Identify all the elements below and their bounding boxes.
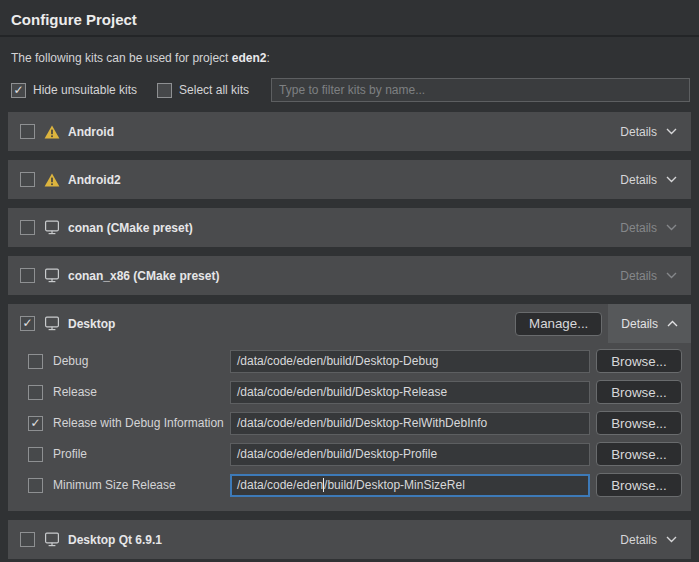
details-label: Details xyxy=(621,317,658,331)
browse-button-release[interactable]: Browse... xyxy=(596,380,682,404)
kit-checkbox-conan[interactable] xyxy=(20,220,35,235)
kit-name: conan (CMake preset) xyxy=(68,221,193,235)
hide-unsuitable-kits-checkbox[interactable] xyxy=(11,83,26,98)
kit-row-android: Android Details xyxy=(8,112,691,151)
browse-button-debug[interactable]: Browse... xyxy=(596,349,682,373)
config-checkbox-profile[interactable] xyxy=(28,447,43,462)
desktop-icon xyxy=(44,316,60,331)
kit-name: Android2 xyxy=(68,173,121,187)
input-text-after-caret: /build/Desktop-MinSizeRel xyxy=(324,478,465,492)
kit-header-android[interactable]: Android Details xyxy=(8,112,691,151)
kit-header-conan[interactable]: conan (CMake preset) Details xyxy=(8,208,691,247)
kit-row-conan-x86: conan_x86 (CMake preset) Details xyxy=(8,256,691,295)
chevron-down-icon xyxy=(666,224,677,231)
details-button-conan[interactable]: Details xyxy=(606,208,691,247)
build-dir-input-minsizerel[interactable]: /data/code/eden/build/Desktop-MinSizeRel xyxy=(230,474,590,497)
kit-header-android2[interactable]: Android2 Details xyxy=(8,160,691,199)
kit-checkbox-desktop[interactable] xyxy=(20,316,35,331)
build-dir-input-debug[interactable]: /data/code/eden/build/Desktop-Debug xyxy=(230,350,590,373)
kit-checkbox-android[interactable] xyxy=(20,124,35,139)
details-button-desktop-qt[interactable]: Details xyxy=(606,520,691,559)
page-title: Configure Project xyxy=(0,0,699,35)
intro-text: The following kits can be used for proje… xyxy=(0,37,699,65)
build-config-row-relwithdebinfo: Release with Debug Information /data/cod… xyxy=(28,411,682,435)
kit-checkbox-conan-x86[interactable] xyxy=(20,268,35,283)
kit-name: conan_x86 (CMake preset) xyxy=(68,269,219,283)
kit-header-desktop[interactable]: Desktop Manage... Details xyxy=(8,304,691,343)
chevron-down-icon xyxy=(666,272,677,279)
build-dir-input-profile[interactable]: /data/code/eden/build/Desktop-Profile xyxy=(230,443,590,466)
desktop-icon xyxy=(44,268,60,283)
chevron-down-icon xyxy=(666,128,677,135)
kit-row-desktop-qt: Desktop Qt 6.9.1 Details xyxy=(8,520,691,559)
config-label: Profile xyxy=(53,447,230,461)
config-checkbox-release[interactable] xyxy=(28,385,43,400)
filter-bar: Hide unsuitable kits Select all kits xyxy=(0,65,699,102)
build-config-row-debug: Debug /data/code/eden/build/Desktop-Debu… xyxy=(28,349,682,373)
manage-kits-button[interactable]: Manage... xyxy=(515,312,602,336)
details-label: Details xyxy=(620,269,657,283)
config-label: Debug xyxy=(53,354,230,368)
desktop-icon xyxy=(44,532,60,547)
kit-checkbox-android2[interactable] xyxy=(20,172,35,187)
warning-icon xyxy=(44,173,60,187)
browse-button-minsizerel[interactable]: Browse... xyxy=(596,473,682,497)
browse-button-relwithdebinfo[interactable]: Browse... xyxy=(596,411,682,435)
intro-prefix: The following kits can be used for proje… xyxy=(11,51,232,65)
details-label: Details xyxy=(620,125,657,139)
kit-header-conan-x86[interactable]: conan_x86 (CMake preset) Details xyxy=(8,256,691,295)
kit-name: Android xyxy=(68,125,114,139)
details-button-android[interactable]: Details xyxy=(606,112,691,151)
warning-icon xyxy=(44,125,60,139)
select-all-kits-checkbox[interactable] xyxy=(157,83,172,98)
chevron-up-icon xyxy=(667,320,678,327)
build-dir-input-release[interactable]: /data/code/eden/build/Desktop-Release xyxy=(230,381,590,404)
kit-row-desktop: Desktop Manage... Details Debug /data/co… xyxy=(8,304,691,511)
details-button-desktop[interactable]: Details xyxy=(608,304,691,343)
hide-unsuitable-kits-label: Hide unsuitable kits xyxy=(33,83,137,97)
details-label: Details xyxy=(620,221,657,235)
desktop-icon xyxy=(44,220,60,235)
details-label: Details xyxy=(620,533,657,547)
intro-suffix: : xyxy=(266,51,269,65)
project-name: eden2 xyxy=(232,51,267,65)
details-label: Details xyxy=(620,173,657,187)
kit-row-android2: Android2 Details xyxy=(8,160,691,199)
select-all-kits-label: Select all kits xyxy=(179,83,249,97)
build-config-row-release: Release /data/code/eden/build/Desktop-Re… xyxy=(28,380,682,404)
configure-project-page: Configure Project The following kits can… xyxy=(0,0,699,562)
kit-checkbox-desktop-qt[interactable] xyxy=(20,532,35,547)
browse-button-profile[interactable]: Browse... xyxy=(596,442,682,466)
kit-name: Desktop xyxy=(68,317,115,331)
config-label: Minimum Size Release xyxy=(53,478,230,492)
config-checkbox-debug[interactable] xyxy=(28,354,43,369)
hide-unsuitable-kits-option[interactable]: Hide unsuitable kits xyxy=(11,83,137,98)
chevron-down-icon xyxy=(666,536,677,543)
chevron-down-icon xyxy=(666,176,677,183)
config-checkbox-relwithdebinfo[interactable] xyxy=(28,416,43,431)
config-label: Release xyxy=(53,385,230,399)
build-dir-input-relwithdebinfo[interactable]: /data/code/eden/build/Desktop-RelWithDeb… xyxy=(230,412,590,435)
kit-list: Android Details Android2 Details xyxy=(0,102,699,559)
build-config-list: Debug /data/code/eden/build/Desktop-Debu… xyxy=(8,343,691,511)
kit-row-conan: conan (CMake preset) Details xyxy=(8,208,691,247)
config-label: Release with Debug Information xyxy=(53,416,230,430)
input-text-before-caret: /data/code/eden xyxy=(237,478,323,492)
details-button-conan-x86[interactable]: Details xyxy=(606,256,691,295)
kit-header-desktop-qt[interactable]: Desktop Qt 6.9.1 Details xyxy=(8,520,691,559)
build-config-row-profile: Profile /data/code/eden/build/Desktop-Pr… xyxy=(28,442,682,466)
kit-filter-input[interactable] xyxy=(271,78,690,102)
kit-name: Desktop Qt 6.9.1 xyxy=(68,533,162,547)
details-button-android2[interactable]: Details xyxy=(606,160,691,199)
build-config-row-minsizerel: Minimum Size Release /data/code/eden/bui… xyxy=(28,473,682,497)
config-checkbox-minsizerel[interactable] xyxy=(28,478,43,493)
select-all-kits-option[interactable]: Select all kits xyxy=(157,83,249,98)
